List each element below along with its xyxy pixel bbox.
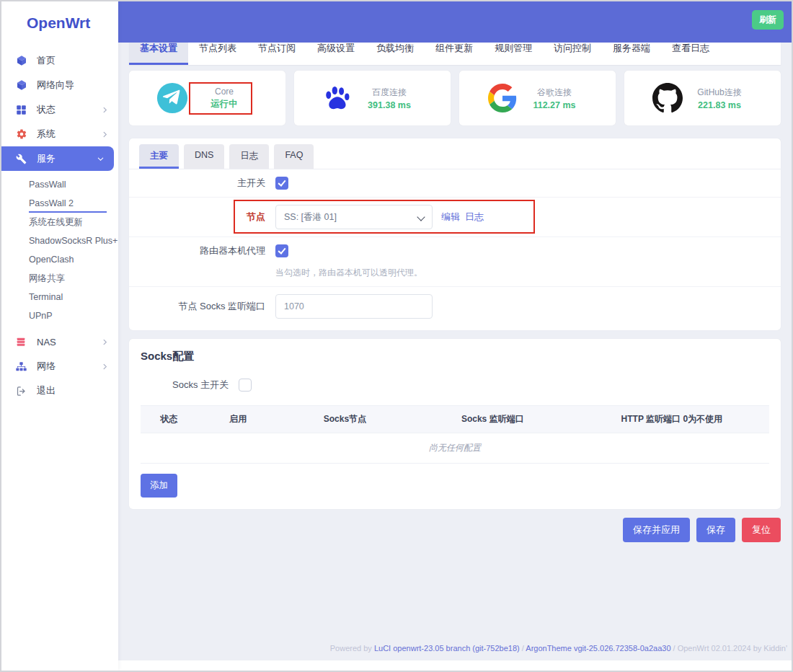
node-edit-link[interactable]: 编辑	[441, 211, 460, 222]
status-card-google: 谷歌连接 112.27 ms	[459, 71, 616, 125]
subtab-faq[interactable]: FAQ	[274, 144, 314, 169]
tab-node-list[interactable]: 节点列表	[188, 43, 247, 65]
status-card-text: 百度连接 391.38 ms	[354, 87, 425, 110]
socks-table-header-row: 状态 启用 Socks节点 Socks 监听端口 HTTP 监听端口 0为不使用	[141, 406, 769, 433]
chevron-right-icon	[101, 363, 109, 371]
reset-button[interactable]: 复位	[742, 518, 781, 542]
sitemap-icon	[16, 361, 28, 373]
sidebar-item-services[interactable]: 服务	[1, 146, 114, 171]
socks-port-row: 节点 Socks 监听端口	[129, 286, 781, 326]
refresh-button[interactable]: 刷新	[752, 10, 784, 30]
sidebar-item-label: 系统	[37, 128, 56, 141]
sidebar-item-label: 退出	[37, 384, 56, 397]
logout-icon	[16, 385, 28, 397]
status-card-value: 391.38 ms	[354, 100, 425, 110]
sidebar-item-system[interactable]: 系统	[1, 122, 118, 146]
local-proxy-row: 路由器本机代理 当勾选时，路由器本机可以透明代理。	[129, 236, 781, 286]
submenu-item-openclash[interactable]: OpenClash	[1, 250, 118, 269]
socks-port-label: 节点 Socks 监听端口	[139, 300, 265, 313]
app-window: OpenWrt 首页 网络向导 状态 系统	[0, 0, 793, 672]
action-buttons: 保存并应用 保存 复位	[129, 518, 781, 542]
socks-switch-checkbox[interactable]	[239, 379, 252, 392]
sidebar-item-label: 网络	[37, 360, 56, 373]
submenu-item-terminal[interactable]: Terminal	[1, 288, 118, 306]
tab-component-update[interactable]: 组件更新	[425, 43, 484, 65]
tab-access-control[interactable]: 访问控制	[543, 43, 602, 65]
node-row: 节点 SS: [香港 01] 编辑日志	[129, 197, 781, 236]
google-icon	[486, 84, 519, 112]
subtab-dns[interactable]: DNS	[184, 144, 224, 169]
save-button[interactable]: 保存	[696, 518, 735, 542]
chevron-down-icon	[97, 155, 105, 163]
sidebar-item-network[interactable]: 网络	[1, 354, 118, 379]
col-enabled: 启用	[197, 406, 278, 433]
settings-card: 主要 DNS 日志 FAQ 主开关 节点 SS: [香港 01]	[129, 138, 781, 330]
status-card-label: GitHub连接	[684, 87, 755, 99]
submenu-item-sharing[interactable]: 网络共享	[1, 269, 118, 288]
node-log-link[interactable]: 日志	[465, 211, 484, 222]
sidebar: OpenWrt 首页 网络向导 状态 系统	[1, 1, 118, 671]
main-switch-row: 主开关	[129, 169, 781, 197]
subtab-main[interactable]: 主要	[139, 144, 179, 169]
sidebar-item-label: 服务	[37, 152, 56, 165]
footer: Powered by LuCI openwrt-23.05 branch (gi…	[330, 644, 787, 653]
socks-table-empty-row: 尚无任何配置	[141, 433, 769, 464]
tab-view-log[interactable]: 查看日志	[661, 43, 720, 65]
sidebar-item-label: 网络向导	[37, 79, 74, 92]
node-select[interactable]: SS: [香港 01]	[275, 205, 433, 229]
status-card-text: 谷歌连接 112.27 ms	[519, 87, 590, 110]
footer-prefix: Powered by	[330, 644, 374, 653]
page-tabs: 基本设置 节点列表 节点订阅 高级设置 负载均衡 组件更新 规则管理 访问控制 …	[129, 43, 781, 65]
status-card-value: 221.83 ms	[684, 100, 755, 110]
add-button[interactable]: 添加	[141, 474, 177, 498]
sidebar-item-label: NAS	[37, 337, 56, 348]
tab-load-balance[interactable]: 负载均衡	[366, 43, 425, 65]
submenu-item-passwall[interactable]: PassWall	[1, 175, 118, 194]
sidebar-item-home[interactable]: 首页	[1, 48, 118, 73]
socks-card: Socks配置 Socks 主开关 状态 启用 Socks节点 Socks 监听…	[129, 339, 781, 509]
save-apply-button[interactable]: 保存并应用	[623, 518, 690, 542]
node-label: 节点	[139, 211, 265, 224]
main-switch-checkbox[interactable]	[275, 177, 288, 190]
submenu-item-upnp[interactable]: UPnP	[1, 306, 118, 325]
github-icon	[651, 83, 684, 113]
sidebar-item-wizard[interactable]: 网络向导	[1, 73, 118, 97]
submenu-item-passwall2[interactable]: PassWall 2	[1, 194, 118, 213]
tab-rule-manage[interactable]: 规则管理	[484, 43, 543, 65]
subtab-log[interactable]: 日志	[229, 144, 269, 169]
sidebar-item-label: 首页	[37, 54, 56, 67]
socks-port-input[interactable]	[275, 294, 433, 319]
status-card-baidu: 百度连接 391.38 ms	[294, 71, 451, 125]
col-http-port: HTTP 监听端口 0为不使用	[575, 406, 769, 433]
telegram-icon	[156, 81, 189, 115]
topbar: 刷新	[118, 1, 792, 43]
main-area: 刷新 基本设置 节点列表 节点订阅 高级设置 负载均衡 组件更新 规则管理 访问…	[118, 1, 792, 671]
settings-subtabs: 主要 DNS 日志 FAQ	[129, 138, 781, 169]
status-card-value: 运行中	[189, 98, 260, 110]
gear-icon	[16, 128, 28, 141]
status-card-label: Core	[189, 87, 260, 97]
submenu-item-ssrplus[interactable]: ShadowSocksR Plus+	[1, 231, 118, 250]
chevron-right-icon	[101, 131, 109, 138]
socks-section-title: Socks配置	[141, 350, 769, 363]
submenu-item-sysupgrade[interactable]: 系统在线更新	[1, 213, 118, 231]
tab-basic-settings[interactable]: 基本设置	[129, 43, 188, 65]
footer-separator: /	[520, 644, 526, 653]
tab-server-side[interactable]: 服务器端	[602, 43, 661, 65]
tab-node-subscribe[interactable]: 节点订阅	[247, 43, 306, 65]
sidebar-item-status[interactable]: 状态	[1, 97, 118, 122]
luci-link[interactable]: LuCI openwrt-23.05 branch (git-752be18)	[374, 644, 520, 653]
server-icon	[16, 336, 28, 348]
sidebar-item-nas[interactable]: NAS	[1, 330, 118, 354]
sidebar-item-logout[interactable]: 退出	[1, 379, 118, 403]
col-socks-node: Socks节点	[279, 406, 411, 433]
col-status: 状态	[141, 406, 197, 433]
local-proxy-checkbox[interactable]	[275, 244, 288, 257]
status-card-text: GitHub连接 221.83 ms	[684, 87, 755, 110]
empty-placeholder: 尚无任何配置	[141, 433, 769, 464]
theme-link[interactable]: ArgonTheme vgit-25.026.72358-0a2aa30	[526, 644, 670, 653]
status-cards: Core 运行中 百度连接 391.38 ms	[129, 71, 781, 125]
tab-advanced[interactable]: 高级设置	[306, 43, 366, 65]
node-select-value: SS: [香港 01]	[284, 211, 337, 224]
status-card-value: 112.27 ms	[519, 100, 590, 110]
